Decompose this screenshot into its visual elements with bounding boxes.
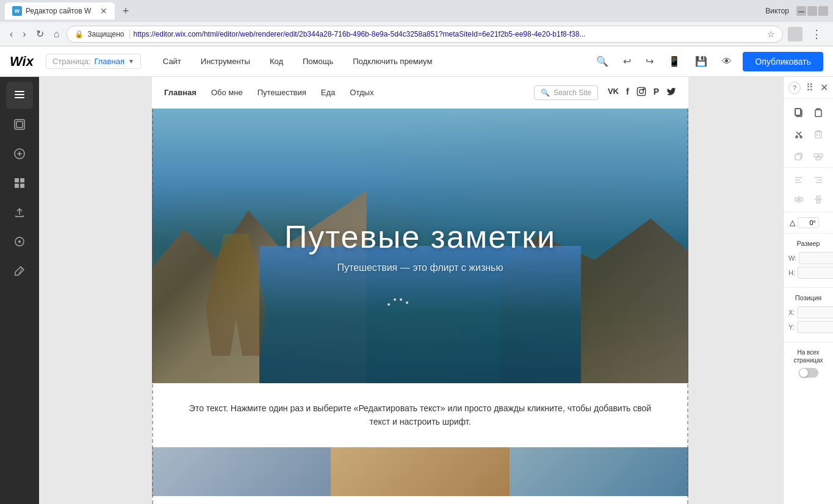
width-row: W: <box>788 252 828 264</box>
nav-about[interactable]: Обо мне <box>211 88 243 97</box>
vk-icon[interactable]: VK <box>608 87 619 98</box>
mobile-view-icon[interactable]: 📱 <box>665 52 684 71</box>
nav-food[interactable]: Еда <box>321 88 336 97</box>
hero-subtitle: Путешествия — это флирт с жизнью <box>337 262 503 273</box>
maximize-button[interactable] <box>807 6 817 16</box>
help-button[interactable]: ? <box>788 82 801 94</box>
nav-search-box[interactable]: 🔍 Search Site <box>534 85 598 100</box>
strip-item-2 <box>331 447 510 496</box>
copy-icon[interactable] <box>790 104 807 121</box>
page-selector[interactable]: Страница: Главная ▼ <box>46 54 141 69</box>
active-tab[interactable]: W Редактор сайтов W ✕ <box>5 2 115 20</box>
twitter-icon[interactable] <box>666 87 676 98</box>
bottom-image-strip <box>152 447 688 496</box>
facebook-icon[interactable]: f <box>626 87 629 98</box>
left-sidebar <box>0 77 39 504</box>
height-row: H: <box>788 267 828 279</box>
forward-button[interactable]: › <box>20 26 28 42</box>
editor-main: Главная Обо мне Путешествия Еда Отдых 🔍 … <box>0 77 833 504</box>
y-label: Y: <box>788 323 795 331</box>
duplicate-icon <box>790 148 807 165</box>
pinterest-icon[interactable]: P <box>654 87 659 98</box>
sidebar-add-button[interactable] <box>6 140 33 167</box>
sidebar-pages-button[interactable] <box>6 82 33 109</box>
toolbar-right: 🔍 ↩ ↪ 📱 💾 👁 Опубликовать <box>593 52 823 71</box>
nav-home[interactable]: Главная <box>164 88 197 97</box>
nav-rest[interactable]: Отдых <box>350 88 373 97</box>
y-input[interactable] <box>797 321 833 333</box>
instagram-icon[interactable] <box>636 87 646 98</box>
w-label: W: <box>788 254 796 262</box>
svg-rect-25 <box>815 132 821 138</box>
new-tab-button[interactable]: + <box>117 2 134 20</box>
redo-icon[interactable]: ↪ <box>642 52 657 71</box>
text-section[interactable]: Это текст. Нажмите один раз и выберите «… <box>152 383 688 447</box>
svg-rect-4 <box>16 121 23 128</box>
svg-rect-2 <box>15 97 24 98</box>
angle-section: △ 0° <box>784 212 833 234</box>
x-input[interactable] <box>797 306 833 319</box>
publish-button[interactable]: Опубликовать <box>743 52 823 71</box>
svg-point-17 <box>639 90 643 94</box>
sidebar-comments-button[interactable] <box>6 228 33 255</box>
site-preview: Главная Обо мне Путешествия Еда Отдых 🔍 … <box>152 77 688 504</box>
x-row: X: <box>788 306 828 319</box>
address-bar[interactable]: 🔒 Защищено https://editor.wix.com/html/e… <box>67 26 783 43</box>
cut-delete-row <box>784 123 833 145</box>
menu-help[interactable]: Помощь <box>293 53 343 70</box>
angle-icon: △ <box>790 218 795 227</box>
undo-icon[interactable]: ↩ <box>619 52 635 71</box>
menu-premium[interactable]: Подключить премиум <box>343 53 442 70</box>
strip-item-1 <box>152 447 331 496</box>
hero-section[interactable]: Путевые заметки Путешествия — это флирт … <box>152 109 688 383</box>
tab-bar: W Редактор сайтов W ✕ + Виктор — <box>0 0 833 22</box>
angle-input[interactable]: 0° <box>798 217 819 228</box>
bookmark-icon[interactable]: ☆ <box>767 29 775 39</box>
sidebar-sections-button[interactable] <box>6 111 33 138</box>
duplicate-row <box>784 145 833 168</box>
all-pages-section: На всех страницах <box>784 342 833 384</box>
svg-rect-40 <box>800 198 802 201</box>
paste-icon[interactable] <box>810 104 827 121</box>
preview-icon[interactable]: 👁 <box>718 52 735 71</box>
width-input[interactable] <box>799 252 833 264</box>
menu-tools[interactable]: Инструменты <box>191 53 260 70</box>
all-pages-toggle[interactable] <box>799 368 818 378</box>
extension-button[interactable] <box>788 27 802 41</box>
nav-search-placeholder: Search Site <box>554 88 591 97</box>
page-label: Страница: <box>52 57 91 66</box>
svg-rect-0 <box>15 91 24 92</box>
svg-rect-22 <box>815 110 821 117</box>
minimize-button[interactable]: — <box>796 6 806 16</box>
svg-rect-42 <box>817 196 820 198</box>
cut-icon[interactable] <box>790 126 807 143</box>
page-name: Главная <box>94 57 124 66</box>
address-bar-row: ‹ › ↻ ⌂ 🔒 Защищено https://editor.wix.co… <box>0 22 833 46</box>
tab-close-button[interactable]: ✕ <box>100 6 107 16</box>
sidebar-pen-button[interactable] <box>6 257 33 284</box>
user-name-label: Виктор <box>765 7 789 15</box>
svg-rect-11 <box>20 184 24 188</box>
canvas-left-margin <box>39 77 152 504</box>
nav-travel[interactable]: Путешествия <box>258 88 306 97</box>
home-button[interactable]: ⌂ <box>51 26 62 42</box>
menu-site[interactable]: Сайт <box>153 53 191 70</box>
more-button[interactable]: ⋮ <box>807 26 826 42</box>
size-section: Размер W: H: <box>784 234 833 288</box>
sidebar-apps-button[interactable] <box>6 170 33 196</box>
height-input[interactable] <box>798 267 833 279</box>
save-icon[interactable]: 💾 <box>691 52 711 71</box>
close-button[interactable] <box>818 6 828 16</box>
panel-close-icon[interactable]: ✕ <box>820 82 828 93</box>
reload-button[interactable]: ↻ <box>34 26 46 42</box>
sidebar-upload-button[interactable] <box>6 199 33 226</box>
svg-rect-9 <box>20 178 24 182</box>
menu-code[interactable]: Код <box>260 53 293 70</box>
nav-search-icon: 🔍 <box>541 88 550 97</box>
wix-logo: Wix <box>10 54 34 70</box>
svg-rect-20 <box>795 109 801 115</box>
delete-icon <box>810 126 827 143</box>
grid-icon[interactable]: ⠿ <box>806 82 815 93</box>
search-editor-icon[interactable]: 🔍 <box>593 52 612 71</box>
back-button[interactable]: ‹ <box>7 26 15 42</box>
